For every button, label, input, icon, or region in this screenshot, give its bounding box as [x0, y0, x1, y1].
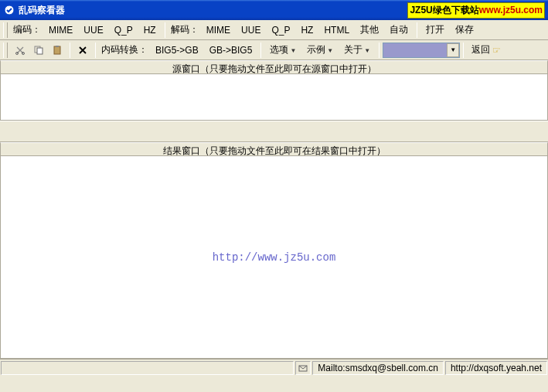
return-label: 返回 [471, 43, 490, 56]
splitter[interactable] [0, 121, 548, 142]
decode-uue-button[interactable]: UUE [236, 22, 266, 38]
status-icon-cell [295, 361, 311, 375]
toolbar-actions: 内码转换： BIG5->GB GB->BIG5 选项▼ 示例▼ 关于▼ ▼ 返回… [0, 40, 548, 60]
result-pane-header: 结果窗口（只要拖动文件至此即可在结果窗口中打开） [0, 142, 548, 156]
decode-qp-button[interactable]: Q_P [266, 22, 295, 38]
decode-label: 解码： [168, 22, 201, 38]
source-pane[interactable] [0, 74, 548, 121]
svg-rect-6 [56, 46, 59, 47]
about-label: 关于 [344, 44, 362, 55]
chevron-down-icon: ▼ [447, 43, 459, 57]
samples-label: 示例 [307, 44, 325, 55]
ad-prefix: JZ5U绿色下载站 [410, 5, 478, 15]
separator [165, 22, 165, 38]
decode-html-button[interactable]: HTML [318, 22, 355, 38]
mail-icon [298, 363, 308, 373]
save-button[interactable]: 保存 [450, 21, 479, 39]
convert-label: 内码转换： [99, 42, 150, 58]
copy-icon[interactable] [31, 43, 46, 58]
toolbar-grip[interactable] [3, 43, 8, 58]
chevron-down-icon: ▼ [364, 47, 370, 54]
svg-rect-4 [37, 48, 43, 54]
gb-to-big5-button[interactable]: GB->BIG5 [204, 43, 258, 58]
decode-other-button[interactable]: 其他 [355, 21, 384, 39]
separator [70, 43, 70, 58]
open-button[interactable]: 打开 [420, 21, 450, 39]
app-icon [3, 4, 15, 16]
result-content: http://www.jz5u.com [213, 251, 336, 264]
status-url[interactable]: http://dxqsoft.yeah.net [445, 361, 547, 375]
separator [463, 43, 464, 58]
return-button[interactable]: 返回☞ [467, 42, 505, 58]
status-mailto[interactable]: Mailto:smsdxq@sbell.com.cn [312, 361, 444, 375]
encode-hz-button[interactable]: HZ [138, 22, 162, 38]
hand-icon: ☞ [492, 45, 501, 56]
separator [417, 22, 417, 38]
delete-icon[interactable] [75, 43, 90, 58]
toolbar-encoding: 编码： MIME UUE Q_P HZ 解码： MIME UUE Q_P HZ … [0, 20, 548, 40]
source-pane-header: 源窗口（只要拖动文件至此即可在源窗口中打开） [0, 60, 548, 74]
toolbar-grip[interactable] [3, 22, 8, 38]
decode-mime-button[interactable]: MIME [201, 22, 236, 38]
paste-icon[interactable] [49, 43, 65, 58]
encode-qp-button[interactable]: Q_P [109, 22, 138, 38]
chevron-down-icon: ▼ [327, 47, 333, 54]
separator [95, 43, 96, 58]
window-title: 乱码察看器 [19, 4, 407, 17]
status-cell-empty [1, 361, 294, 375]
decode-auto-button[interactable]: 自动 [384, 21, 414, 39]
combo-dropdown[interactable]: ▼ [383, 43, 460, 58]
titlebar: 乱码察看器 JZ5U绿色下载站www.jz5u.com [0, 0, 548, 20]
encode-uue-button[interactable]: UUE [78, 22, 108, 38]
chevron-down-icon: ▼ [290, 47, 296, 54]
svg-rect-5 [54, 46, 60, 54]
statusbar: Mailto:smsdxq@sbell.com.cn http://dxqsof… [0, 359, 548, 376]
encode-label: 编码： [11, 22, 43, 38]
ad-url: www.jz5u.com [479, 5, 543, 15]
about-button[interactable]: 关于▼ [339, 41, 376, 59]
cut-icon[interactable] [12, 43, 28, 58]
result-pane[interactable]: http://www.jz5u.com [0, 156, 548, 359]
encode-mime-button[interactable]: MIME [43, 22, 78, 38]
options-button[interactable]: 选项▼ [264, 41, 301, 59]
samples-button[interactable]: 示例▼ [301, 41, 339, 59]
ad-banner[interactable]: JZ5U绿色下载站www.jz5u.com [407, 2, 545, 19]
separator [260, 43, 261, 58]
options-label: 选项 [270, 44, 288, 55]
separator [379, 43, 380, 58]
big5-to-gb-button[interactable]: BIG5->GB [150, 43, 204, 58]
decode-hz-button[interactable]: HZ [295, 22, 318, 38]
